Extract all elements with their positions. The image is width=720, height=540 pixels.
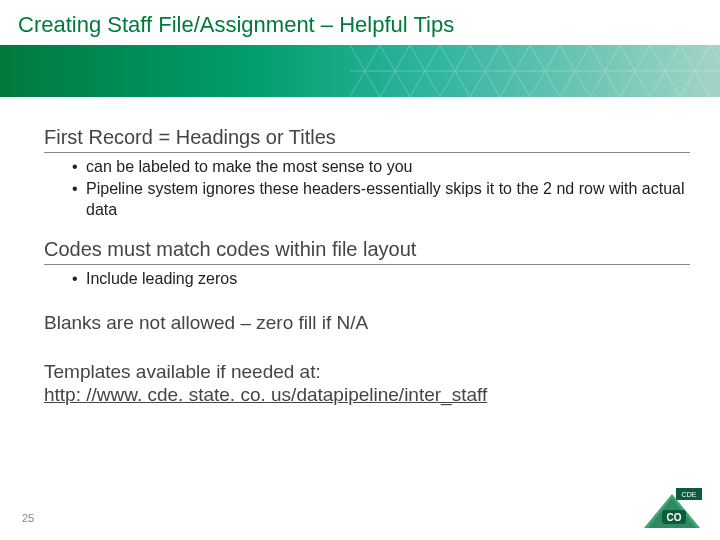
- templates-link[interactable]: http: //www. cde. state. co. us/datapipe…: [44, 384, 487, 405]
- list-item: Pipeline system ignores these headers-es…: [72, 179, 690, 220]
- section2-heading: Codes must match codes within file layou…: [44, 238, 690, 265]
- logo-icon: CDE CO: [642, 488, 702, 530]
- section1-heading: First Record = Headings or Titles: [44, 126, 690, 153]
- logo-main-text: CO: [667, 512, 682, 523]
- title-band: [0, 45, 720, 97]
- list-item: can be labeled to make the most sense to…: [72, 157, 690, 177]
- section2-bullets: Include leading zeros: [72, 269, 690, 289]
- list-item: Include leading zeros: [72, 269, 690, 289]
- content-area: First Record = Headings or Titles can be…: [44, 120, 690, 406]
- section3-heading: Blanks are not allowed – zero fill if N/…: [44, 312, 690, 334]
- logo-top-text: CDE: [682, 491, 697, 498]
- section4: Templates available if needed at: http: …: [44, 360, 690, 406]
- slide-title: Creating Staff File/Assignment – Helpful…: [18, 12, 454, 38]
- slide: Creating Staff File/Assignment – Helpful…: [0, 0, 720, 540]
- section1-bullets: can be labeled to make the most sense to…: [72, 157, 690, 220]
- band-pattern-icon: [0, 45, 720, 97]
- cde-logo: CDE CO: [642, 488, 702, 530]
- section4-heading: Templates available if needed at:: [44, 360, 690, 384]
- page-number: 25: [22, 512, 34, 524]
